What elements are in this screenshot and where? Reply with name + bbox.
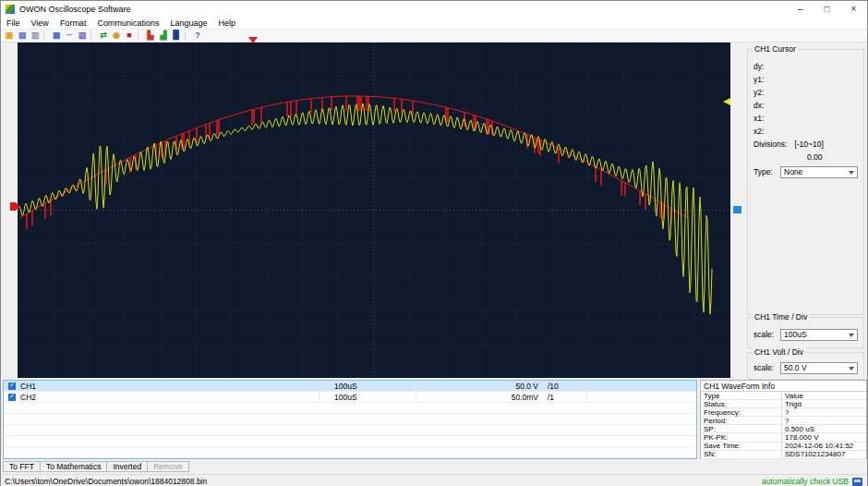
cursor-field-x1: x1: (753, 114, 764, 123)
main-area: CH1 Cursor dy: y1: y2: dx: x1: x2: Divis… (1, 41, 867, 380)
info-header-type: Type (701, 392, 782, 399)
time-scale-select[interactable]: 100uS (780, 329, 858, 341)
chart-green-icon[interactable]: ▟ (158, 30, 169, 41)
cursor-panel-title: CH1 Cursor (753, 44, 798, 54)
scope-area[interactable] (18, 43, 730, 378)
cursor-field-y2: y2: (753, 88, 764, 97)
chart-red-icon[interactable]: ▙ (145, 30, 156, 41)
help-icon[interactable]: ? (192, 30, 203, 41)
ch2-timebase: 100uS (319, 392, 416, 402)
open-file-icon[interactable]: ▣ (4, 30, 15, 41)
time-scale-label: scale: (753, 330, 774, 339)
cursor-type-label: Type: (753, 167, 773, 176)
grid-view-icon[interactable]: ▦ (51, 30, 62, 41)
info-row-period: Period: ? (701, 417, 866, 425)
time-div-panel: CH1 Time / Div scale: 100uS (747, 317, 864, 348)
channel-row-ch1[interactable]: CH1 100uS 50.0 V /10 (4, 381, 696, 392)
app-window: OWON Oscilloscope Software – □ × File Vi… (0, 0, 868, 486)
divisions-label: Divisions: (753, 140, 787, 149)
menu-view[interactable]: View (26, 18, 54, 28)
waveform-info-title: CH1 WaveForm Info (701, 381, 866, 392)
app-icon (6, 5, 15, 14)
channel-row-empty (4, 436, 696, 447)
divisions-value: 0.00 (807, 152, 823, 162)
screen-icon[interactable]: ▉ (171, 30, 182, 41)
file-path: C:\Users\tom\OneDrive\Documents\owon\188… (5, 477, 207, 486)
window-controls: – □ × (787, 1, 867, 18)
titlebar: OWON Oscilloscope Software – □ × (1, 1, 867, 18)
volt-scale-value: 50.0 V (784, 363, 807, 372)
ch1-name: CH1 (20, 382, 36, 391)
channel-row-empty (4, 447, 696, 458)
ch2-name: CH2 (20, 393, 36, 402)
minimize-button[interactable]: – (787, 1, 814, 18)
time-scale-value: 100uS (784, 330, 807, 339)
ch1-voltdiv: 50.0 V (416, 381, 542, 391)
dotted-line-icon[interactable]: ┄ (64, 30, 75, 41)
menubar: File View Format Communications Language… (1, 18, 867, 29)
close-button[interactable]: × (840, 1, 867, 18)
volt-div-panel: CH1 Volt / Div scale: 50.0 V (747, 352, 864, 380)
save-icon[interactable]: ▤ (17, 30, 28, 41)
tab-to-mathematics[interactable]: To Mathematics (40, 461, 108, 472)
cursor-field-y1: y1: (753, 75, 764, 84)
ch2-level-marker[interactable] (733, 206, 741, 213)
volt-div-title: CH1 Volt / Div (753, 347, 805, 357)
toolbar-separator (138, 30, 142, 41)
window-title: OWON Oscilloscope Software (19, 5, 131, 14)
ch2-voltdiv: 50.0mV (416, 392, 542, 402)
display-mode-icon[interactable]: ▧ (77, 30, 88, 41)
print-icon[interactable]: ▥ (30, 30, 41, 41)
menu-format[interactable]: Format (54, 18, 92, 28)
tab-to-fft[interactable]: To FFT (3, 461, 41, 472)
cursor-type-select[interactable]: None (780, 166, 858, 178)
info-header-value: Value (782, 392, 866, 399)
channel-row-ch2[interactable]: CH2 100uS 50.0mV /1 (4, 392, 696, 403)
refresh-icon[interactable]: ⇄ (98, 30, 109, 41)
ch2-probe: /1 (542, 392, 587, 402)
volt-scale-select[interactable]: 50.0 V (780, 362, 858, 374)
usb-status-label: automatically check USB (762, 477, 849, 486)
chevron-down-icon (849, 367, 854, 371)
ch1-timebase: 100uS (319, 381, 416, 391)
usb-status-icon (852, 478, 862, 486)
maximize-button[interactable]: □ (814, 1, 840, 18)
menu-language[interactable]: Language (164, 18, 212, 28)
toolbar-separator (90, 30, 95, 41)
ch1-level-marker[interactable] (723, 98, 730, 105)
ch1-checkbox[interactable] (8, 383, 16, 390)
channel-row-empty (4, 425, 696, 436)
cursor-panel: CH1 Cursor dy: y1: y2: dx: x1: x2: Divis… (747, 49, 864, 315)
menu-communications[interactable]: Communications (91, 18, 164, 28)
toolbar-separator (185, 30, 189, 41)
info-row-sn: SN: SDS71021234807 (701, 451, 866, 459)
cursor-field-dy: dy: (753, 62, 764, 71)
waveform-info-panel: CH1 WaveForm Info Type Value Status: Tri… (700, 380, 867, 459)
volt-scale-label: scale: (753, 363, 774, 372)
channel-row-empty (4, 403, 696, 414)
ch2-checkbox[interactable] (8, 394, 16, 401)
trigger-time-marker[interactable] (248, 37, 258, 43)
right-panel: CH1 Cursor dy: y1: y2: dx: x1: x2: Divis… (744, 41, 867, 380)
divisions-range: [-10~10] (794, 140, 823, 149)
time-div-title: CH1 Time / Div (753, 312, 809, 322)
ch1-probe: /10 (542, 381, 587, 391)
tab-inverted[interactable]: Inverted (106, 461, 148, 472)
channel-table: CH1 100uS 50.0 V /10 CH2 100uS 50.0mV /1 (3, 380, 697, 459)
chevron-down-icon (849, 334, 854, 337)
acquire-icon[interactable]: ◉ (111, 30, 122, 41)
scope-display[interactable] (18, 43, 730, 378)
statusbar: C:\Users\tom\OneDrive\Documents\owon\188… (1, 474, 867, 486)
tab-remove: Remove (147, 461, 189, 472)
record-icon[interactable]: ■ (124, 30, 135, 41)
toolbar-separator (43, 30, 48, 41)
cursor-type-value: None (784, 167, 802, 176)
bottom-area: CH1 100uS 50.0 V /10 CH2 100uS 50.0mV /1 (1, 380, 867, 461)
chevron-down-icon (849, 171, 854, 175)
bottom-tabs: To FFT To Mathematics Inverted Remove (3, 461, 188, 472)
menu-file[interactable]: File (1, 18, 26, 28)
channel-row-empty (4, 414, 696, 425)
menu-help[interactable]: Help (212, 18, 241, 28)
cursor-field-x2: x2: (753, 127, 764, 136)
cursor-field-dx: dx: (753, 101, 764, 110)
